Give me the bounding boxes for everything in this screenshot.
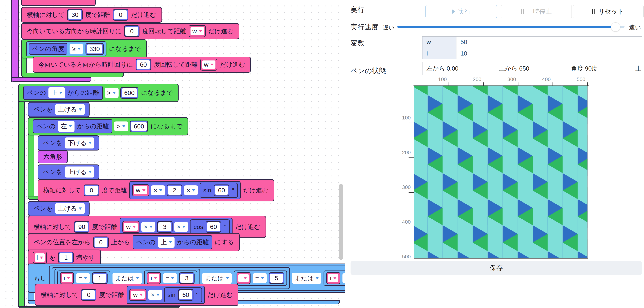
number-input[interactable]: 90: [74, 221, 90, 233]
svg-text:300: 300: [402, 184, 411, 190]
save-button[interactable]: 保存: [350, 261, 642, 275]
dropdown-chip[interactable]: =: [76, 273, 90, 283]
dropdown-chip[interactable]: =: [163, 273, 177, 283]
block-set-pen-position[interactable]: ペンの位置を左から0上からペンの上からの距離にする: [28, 233, 240, 251]
block-repeat-until-pen-left[interactable]: ペンの左からの距離>600になるまで: [28, 117, 188, 135]
block-move-on-axis[interactable]: 横軸に対して0度で距離w×2×sin60°だけ進む: [38, 179, 274, 201]
number-input[interactable]: 330: [86, 43, 104, 55]
block-rotate-move[interactable]: 今向いている方向から時計回りに60度回転して距離wだけ進む: [33, 57, 251, 73]
chevron-down-icon: [156, 294, 160, 296]
reporter-block[interactable]: ペンの上からの距離: [133, 235, 212, 249]
dropdown-chip[interactable]: ≥: [70, 44, 83, 54]
number-input[interactable]: 2: [167, 185, 182, 196]
variable-chip[interactable]: w: [189, 25, 206, 37]
scrollbar-thumb[interactable]: [339, 184, 343, 260]
number-value: 600: [131, 122, 147, 131]
number-input[interactable]: 60: [214, 185, 229, 196]
block-hexagon-call[interactable]: 六角形: [38, 150, 68, 163]
number-input[interactable]: 1: [58, 252, 74, 263]
reporter-block[interactable]: ペンの左からの距離: [33, 119, 112, 133]
compare-block[interactable]: i=: [324, 270, 345, 286]
variable-chip[interactable]: i: [60, 272, 74, 284]
block-increment-variable[interactable]: iを1増やす: [28, 250, 101, 265]
number-input[interactable]: 60: [206, 221, 221, 233]
reporter-block[interactable]: cos60°: [190, 219, 230, 234]
chevron-down-icon: [88, 142, 92, 144]
compare-block[interactable]: i=5: [234, 270, 287, 286]
block-label: だけ進む: [243, 186, 268, 195]
number-input[interactable]: 600: [130, 120, 148, 132]
speed-slider-track[interactable]: [397, 26, 624, 28]
number-input[interactable]: 0: [124, 25, 140, 37]
dropdown-chip[interactable]: 上: [158, 237, 174, 248]
number-input[interactable]: 0: [93, 237, 109, 248]
block-label: ペンの角度: [32, 45, 64, 53]
variable-chip[interactable]: i: [236, 272, 250, 284]
dropdown-chip[interactable]: =: [253, 273, 267, 283]
number-input[interactable]: 3: [157, 221, 172, 233]
block-pen-up[interactable]: ペンを上げる: [28, 201, 90, 216]
block-repeat-until-pen-top[interactable]: ペンの上からの距離>600になるまで: [18, 84, 178, 102]
reporter-block[interactable]: w×2×sin60°: [130, 181, 240, 199]
block-move-on-axis[interactable]: 横軸に対して30度で距離0だけ進む: [21, 7, 162, 23]
compare-block[interactable]: i=1: [57, 270, 110, 286]
dropdown-chip[interactable]: または: [202, 273, 232, 284]
number-input[interactable]: 30: [67, 9, 82, 21]
block-rotate-move[interactable]: 今向いている方向から時計回りに0度回転して距離wだけ進む: [21, 23, 239, 39]
reporter-block[interactable]: sin60°: [164, 287, 202, 302]
number-input[interactable]: 0: [81, 289, 96, 301]
compare-block[interactable]: i=3: [144, 270, 197, 286]
variable-chip[interactable]: i: [147, 272, 161, 284]
dropdown-chip[interactable]: 左: [58, 121, 74, 132]
variable-chip[interactable]: i: [33, 252, 47, 263]
number-input[interactable]: 0: [84, 185, 99, 196]
dropdown-chip[interactable]: または: [292, 273, 321, 284]
chevron-down-icon: [192, 189, 195, 192]
variable-chip[interactable]: w: [122, 221, 140, 233]
variable-chip[interactable]: w: [130, 289, 146, 301]
number-input[interactable]: 5: [269, 272, 284, 284]
number-input[interactable]: 60: [178, 289, 194, 301]
chevron-down-icon: [226, 277, 229, 279]
block-repeat-until-pen-angle[interactable]: ペンの角度≥330になるまで: [21, 39, 147, 58]
block-label: 今向いている方向から時計回りに: [27, 27, 122, 36]
dropdown-chip[interactable]: 上: [48, 87, 65, 98]
dropdown-chip[interactable]: 下げる: [65, 137, 94, 148]
reporter-block[interactable]: w×sin60°: [127, 286, 205, 304]
block-move-on-axis[interactable]: 横軸に対して0度で距離w×sin60°だけ進む: [35, 284, 238, 306]
reporter-block[interactable]: sin60°: [200, 183, 238, 198]
blockly-workspace[interactable]: 横軸に対して30度で距離0だけ進む今向いている方向から時計回りに0度回転して距離…: [0, 0, 345, 308]
pause-button[interactable]: 一時停止: [501, 5, 572, 18]
run-button[interactable]: 実行: [426, 5, 497, 18]
compare-block[interactable]: ペンの角度≥330: [26, 41, 106, 56]
number-input[interactable]: 600: [120, 87, 138, 99]
number-input[interactable]: 3: [179, 272, 194, 284]
number-input[interactable]: 0: [113, 9, 128, 21]
dropdown-chip[interactable]: >: [114, 121, 128, 131]
dropdown-chip[interactable]: ×: [174, 222, 188, 232]
variable-chip[interactable]: w: [200, 59, 217, 71]
dropdown-chip[interactable]: 上げる: [55, 203, 84, 214]
dropdown-chip[interactable]: 上げる: [65, 167, 94, 178]
dropdown-chip[interactable]: ×: [148, 290, 162, 300]
dropdown-chip[interactable]: =: [342, 273, 345, 283]
number-input[interactable]: 60: [136, 59, 151, 70]
number-value: 330: [87, 45, 102, 54]
reset-button[interactable]: リセット: [572, 5, 644, 18]
number-input[interactable]: 1: [92, 272, 108, 284]
reporter-block[interactable]: ペンの上からの距離: [23, 86, 103, 100]
dropdown-chip[interactable]: または: [112, 273, 142, 284]
block-pen-up[interactable]: ペンを上げる: [38, 165, 99, 180]
block-pen-up[interactable]: ペンを上げる: [28, 102, 90, 117]
variable-label: i: [148, 273, 160, 283]
variable-chip[interactable]: i: [326, 272, 340, 284]
dropdown-chip[interactable]: ×: [141, 222, 155, 232]
dropdown-chip[interactable]: ×: [184, 185, 198, 195]
dropdown-chip[interactable]: >: [104, 88, 118, 98]
dropdown-chip[interactable]: ×: [151, 185, 165, 195]
reporter-block[interactable]: ペンの角度: [29, 43, 67, 55]
dropdown-chip[interactable]: 上げる: [55, 104, 84, 115]
block-lip: [18, 306, 180, 308]
block-pen-down[interactable]: ペンを下げる: [38, 135, 99, 150]
variable-chip[interactable]: w: [132, 184, 149, 196]
